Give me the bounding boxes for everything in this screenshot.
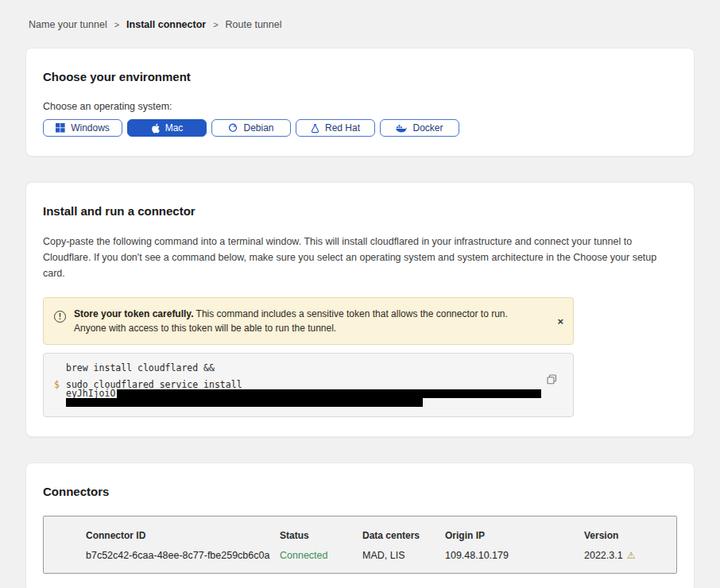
connectors-table: Connector ID Status Data centers Origin … xyxy=(43,516,677,574)
docker-icon xyxy=(396,124,407,133)
choose-environment-card: Choose your environment Choose an operat… xyxy=(25,48,695,157)
os-select-label: Choose an operating system: xyxy=(43,101,677,112)
apple-icon xyxy=(151,123,160,133)
code-line-1: brew install cloudflared && xyxy=(66,364,215,373)
redacted-token-bar xyxy=(66,398,423,407)
version-value: 2022.3.1 ⚠ xyxy=(584,550,662,561)
os-button-label: Docker xyxy=(412,122,443,133)
table-row: b7c52c42-6caa-48ee-8c77-fbe259cb6c0a Con… xyxy=(86,550,662,561)
install-card-title: Install and run a connector xyxy=(43,204,677,218)
install-description: Copy-paste the following command into a … xyxy=(43,234,677,281)
breadcrumb-step-name-tunnel[interactable]: Name your tunnel xyxy=(29,19,107,30)
header-version: Version xyxy=(584,530,662,541)
os-button-debian[interactable]: Debian xyxy=(211,119,291,137)
breadcrumb: Name your tunnel > Install connector > R… xyxy=(25,19,695,30)
tunnel-setup-page: Name your tunnel > Install connector > R… xyxy=(0,0,720,588)
os-button-label: Mac xyxy=(165,122,184,133)
close-icon[interactable]: × xyxy=(557,315,563,327)
warning-text-bold: Store your token carefully. xyxy=(74,308,194,319)
data-centers-value: MAD, LIS xyxy=(362,550,445,561)
code-prompt-spacer xyxy=(54,364,66,373)
redhat-icon xyxy=(311,123,319,133)
os-button-label: Debian xyxy=(243,122,273,133)
header-data-centers: Data centers xyxy=(362,530,445,541)
install-connector-card: Install and run a connector Copy-paste t… xyxy=(25,182,695,437)
os-button-mac[interactable]: Mac xyxy=(127,119,207,137)
debian-icon xyxy=(228,123,238,133)
breadcrumb-separator: > xyxy=(114,20,119,29)
copy-icon[interactable] xyxy=(547,374,557,387)
header-status: Status xyxy=(280,530,362,541)
redacted-token-bar xyxy=(117,389,541,398)
os-button-windows[interactable]: Windows xyxy=(43,119,122,137)
status-badge: Connected xyxy=(280,550,362,561)
breadcrumb-step-route-tunnel[interactable]: Route tunnel xyxy=(226,19,282,30)
version-warning-icon: ⚠ xyxy=(627,551,636,560)
connectors-card: Connectors Connector ID Status Data cent… xyxy=(25,462,695,588)
os-button-group: Windows Mac Debian Red Hat xyxy=(43,119,677,137)
os-button-label: Windows xyxy=(71,122,110,133)
os-button-redhat[interactable]: Red Hat xyxy=(296,119,375,137)
table-header-row: Connector ID Status Data centers Origin … xyxy=(86,530,662,541)
install-command-block[interactable]: brew install cloudflared && $ sudo cloud… xyxy=(43,353,574,417)
breadcrumb-separator: > xyxy=(213,20,218,29)
windows-icon xyxy=(56,123,65,133)
os-button-docker[interactable]: Docker xyxy=(380,119,459,137)
token-warning-banner: ! Store your token carefully. This comma… xyxy=(43,297,574,345)
os-button-label: Red Hat xyxy=(325,122,360,133)
breadcrumb-step-install-connector[interactable]: Install connector xyxy=(126,19,206,30)
origin-ip-value: 109.48.10.179 xyxy=(445,550,584,561)
header-origin-ip: Origin IP xyxy=(445,530,584,541)
token-prefix: eyJhIjoiO xyxy=(66,389,115,398)
warning-text: Store your token carefully. This command… xyxy=(74,307,562,335)
alert-circle-icon: ! xyxy=(54,311,66,323)
environment-card-title: Choose your environment xyxy=(43,70,677,83)
header-connector-id: Connector ID xyxy=(86,530,280,541)
shell-prompt: $ xyxy=(54,381,66,389)
connectors-card-title: Connectors xyxy=(43,485,677,498)
connector-id-value: b7c52c42-6caa-48ee-8c77-fbe259cb6c0a xyxy=(86,550,280,561)
